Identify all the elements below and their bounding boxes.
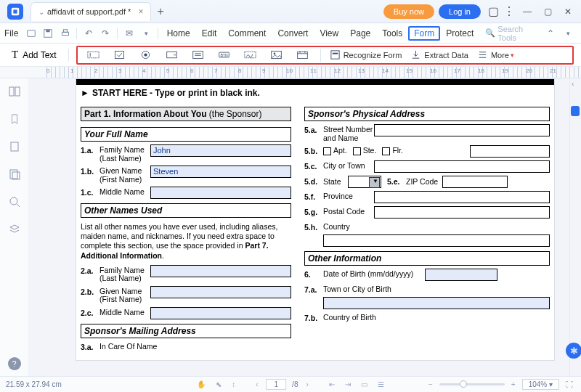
kebab-menu-icon[interactable]: ⋮ xyxy=(501,4,517,20)
signature-tool[interactable] xyxy=(241,47,260,63)
listbox-tool[interactable] xyxy=(189,47,208,63)
download-chip-icon[interactable] xyxy=(571,106,580,116)
new-tab-button[interactable]: + xyxy=(157,5,163,18)
document-viewport[interactable]: ►START HERE - Type or print in black ink… xyxy=(29,78,569,376)
minimize-button[interactable]: — xyxy=(519,3,536,20)
svg-rect-33 xyxy=(11,142,18,151)
combobox-tool[interactable] xyxy=(163,47,182,63)
field-5h-country[interactable] xyxy=(323,234,550,247)
redo-icon[interactable]: ↷ xyxy=(99,26,113,41)
field-5g-postal[interactable] xyxy=(374,206,550,219)
first-page-icon[interactable]: ⇤ xyxy=(327,380,337,388)
add-text-tool[interactable]: T Add Text xyxy=(4,49,64,61)
button-tool[interactable]: BTN xyxy=(215,47,234,63)
field-2c-middle-name[interactable] xyxy=(150,307,291,319)
more-form-button[interactable]: More▾ xyxy=(477,49,514,60)
select-tool-icon[interactable]: ⬉ xyxy=(214,380,224,388)
field-5a-street[interactable] xyxy=(374,124,550,136)
chevron-left-icon[interactable]: ‹ xyxy=(572,80,574,88)
single-page-icon[interactable]: ▭ xyxy=(359,380,370,388)
field-1b-given-name[interactable]: Steven xyxy=(150,166,291,178)
undo-icon[interactable]: ↶ xyxy=(81,26,95,41)
layers-panel-icon[interactable] xyxy=(7,222,22,237)
right-scroll-strip[interactable]: ‹ ✱ xyxy=(569,78,581,376)
status-bar: 21.59 x 27.94 cm ✋ ⬉ ↕ ‹ 1/8 › ⇤ ⇥ ▭ ☰ −… xyxy=(0,376,581,392)
menu-convert[interactable]: Convert xyxy=(272,28,314,38)
next-page-icon[interactable]: › xyxy=(304,380,310,388)
menu-home[interactable]: Home xyxy=(161,28,196,38)
extract-data-button[interactable]: Extract Data xyxy=(410,49,468,60)
ribbon-caret-icon[interactable]: ▾ xyxy=(561,26,575,41)
menu-tools[interactable]: Tools xyxy=(376,28,408,38)
svg-rect-9 xyxy=(115,51,124,58)
recognize-form-button[interactable]: Recognize Form xyxy=(330,49,402,60)
field-5b-unit[interactable] xyxy=(470,145,550,158)
comments-panel-icon[interactable] xyxy=(7,167,22,181)
menu-comment[interactable]: Comment xyxy=(222,28,272,38)
caret-down-icon: ▾ xyxy=(511,52,514,59)
field-5d-state[interactable] xyxy=(348,176,381,188)
close-window-button[interactable]: ✕ xyxy=(559,3,577,20)
svg-rect-7 xyxy=(88,52,99,58)
checkbox-ste[interactable] xyxy=(353,147,361,155)
assistant-fab-icon[interactable]: ✱ xyxy=(566,343,581,359)
zoom-slider[interactable] xyxy=(439,383,505,385)
menu-view[interactable]: View xyxy=(314,28,344,38)
dropdown-icon[interactable]: ▾ xyxy=(139,26,153,41)
image-field-tool[interactable] xyxy=(267,47,286,63)
svg-line-37 xyxy=(17,204,20,207)
your-full-name-header: Your Full Name xyxy=(81,127,291,142)
zoom-out-icon[interactable]: − xyxy=(426,380,435,388)
last-page-icon[interactable]: ⇥ xyxy=(343,380,353,388)
field-2b-given-name[interactable] xyxy=(150,286,291,298)
save-icon[interactable] xyxy=(41,26,55,41)
help-icon[interactable]: ? xyxy=(8,357,21,370)
radio-button-tool[interactable] xyxy=(137,47,155,63)
search-panel-icon[interactable] xyxy=(7,195,22,209)
bookmarks-panel-icon[interactable] xyxy=(7,112,22,126)
login-button[interactable]: Log in xyxy=(439,4,481,19)
search-tools[interactable]: 🔍 Search Tools xyxy=(485,25,542,42)
menu-protect[interactable]: Protect xyxy=(440,28,479,38)
zoom-in-icon[interactable]: + xyxy=(509,380,518,388)
menu-form[interactable]: Form xyxy=(408,26,440,41)
collapse-ribbon-icon[interactable]: ⌃ xyxy=(543,26,558,41)
hand-tool-icon[interactable]: ✋ xyxy=(195,380,208,388)
field-1a-family-name[interactable]: John xyxy=(150,144,291,157)
close-tab-icon[interactable]: × xyxy=(138,7,143,17)
document-tab[interactable]: ⌄ affidavit of support.pdf * × xyxy=(31,2,151,21)
field-5c-city[interactable] xyxy=(374,160,550,173)
checkbox-tool[interactable] xyxy=(110,47,129,63)
field-2a-family-name[interactable] xyxy=(150,265,291,277)
scroll-mode-icon[interactable]: ↕ xyxy=(229,380,237,388)
share-icon[interactable]: ▢ xyxy=(485,4,501,20)
page-number-input[interactable]: 1 xyxy=(267,379,287,390)
date-field-tool[interactable] xyxy=(293,47,312,63)
continuous-page-icon[interactable]: ☰ xyxy=(375,380,386,388)
field-5e-zip[interactable] xyxy=(442,176,508,188)
fullscreen-icon[interactable]: ⛶ xyxy=(564,380,575,388)
maximize-button[interactable]: ▢ xyxy=(539,3,556,20)
print-icon[interactable] xyxy=(58,26,72,41)
checkbox-apt[interactable] xyxy=(323,147,331,155)
field-5f-province[interactable] xyxy=(374,191,550,203)
field-7a-birth-city[interactable] xyxy=(323,297,550,309)
zoom-value[interactable]: 104% ▾ xyxy=(522,379,559,390)
menu-edit[interactable]: Edit xyxy=(196,28,223,38)
thumbnails-panel-icon[interactable] xyxy=(7,84,22,99)
buy-now-button[interactable]: Buy now xyxy=(383,4,434,19)
checkbox-flr[interactable] xyxy=(382,147,390,155)
field-6-dob[interactable] xyxy=(425,269,497,281)
prev-page-icon[interactable]: ‹ xyxy=(253,380,260,388)
form-toolbar: T Add Text BTN Recognize Form Extract Da… xyxy=(0,44,581,67)
other-names-instructions: List all other names you have ever used,… xyxy=(81,222,291,261)
menu-page[interactable]: Page xyxy=(344,28,376,38)
mail-icon[interactable]: ✉ xyxy=(122,26,136,41)
attachments-panel-icon[interactable] xyxy=(7,139,22,154)
open-icon[interactable] xyxy=(24,26,38,41)
window-titlebar: ⌄ affidavit of support.pdf * × + Buy now… xyxy=(0,0,581,23)
form-tools-group: BTN Recognize Form Extract Data More▾ xyxy=(76,46,574,65)
field-1c-middle-name[interactable] xyxy=(150,187,291,199)
menu-file[interactable]: File xyxy=(4,28,18,38)
text-field-tool[interactable] xyxy=(84,47,103,63)
